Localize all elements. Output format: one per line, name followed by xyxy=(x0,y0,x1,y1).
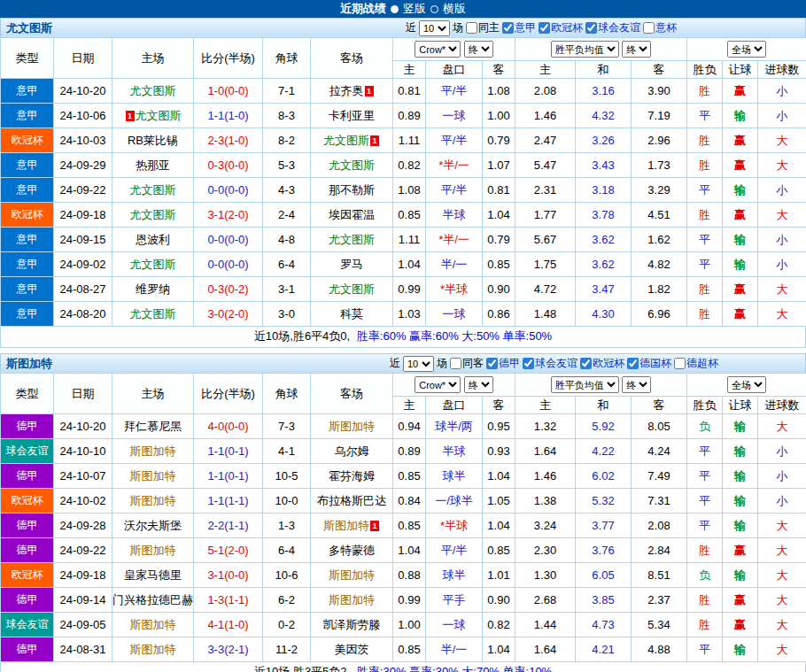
team-name[interactable]: 沃尔夫斯堡 xyxy=(124,519,182,532)
filter-option[interactable]: 德超杯 xyxy=(674,356,718,371)
team-name[interactable]: 乌尔姆 xyxy=(335,444,369,458)
team-name[interactable]: 热那亚 xyxy=(136,158,170,172)
date-cell: 24-09-22 xyxy=(54,538,112,563)
team-name[interactable]: 尤文图斯 xyxy=(130,258,176,271)
filter-checkbox[interactable] xyxy=(674,358,686,369)
team-name[interactable]: 拉齐奥 xyxy=(329,84,364,97)
team-name[interactable]: 拜仁慕尼黑 xyxy=(124,420,182,433)
filter-checkbox[interactable] xyxy=(539,22,550,34)
odds-source-select[interactable]: Crow* xyxy=(415,41,461,58)
team-name[interactable]: 霍芬海姆 xyxy=(329,469,375,483)
team-name[interactable]: 多特蒙德 xyxy=(329,544,375,557)
fulltime-select[interactable]: 全场 xyxy=(727,41,766,58)
filter-checkbox[interactable] xyxy=(585,22,597,34)
team-name[interactable]: 维罗纳 xyxy=(136,282,170,296)
let-result-cell: 输 xyxy=(723,439,758,464)
stuttgart-summary: 近10场,胜3平5负2, 胜率:30% 赢率:30% 大:70% 单率:10% xyxy=(0,662,806,672)
team-name[interactable]: 恩波利 xyxy=(136,233,170,246)
odds-final-select[interactable]: 终 xyxy=(464,41,493,58)
filter-checkbox[interactable] xyxy=(580,358,592,369)
team-name[interactable]: 尤文图斯 xyxy=(130,208,176,221)
team-name[interactable]: 斯图加特 xyxy=(323,519,369,532)
filter-option[interactable]: 球会友谊 xyxy=(585,20,640,35)
filter-option[interactable]: 意杯 xyxy=(643,20,677,35)
layout-option-vertical[interactable]: 竖版 xyxy=(403,1,426,17)
team-name[interactable]: 斯图加特 xyxy=(130,444,176,458)
avg-final-select[interactable]: 终 xyxy=(622,41,651,58)
team-name[interactable]: 斯图加特 xyxy=(130,494,176,507)
layout-option-horizontal[interactable]: 横版 xyxy=(443,1,466,17)
avg-away-cell: 7.49 xyxy=(632,464,687,489)
odds-home-cell: 1.04 xyxy=(393,252,426,277)
fulltime-select[interactable]: 全场 xyxy=(727,376,766,393)
team-name[interactable]: 斯图加特 xyxy=(130,544,176,557)
odds-home-cell: 0.88 xyxy=(393,563,426,588)
team-name[interactable]: 科莫 xyxy=(340,307,363,321)
team-name[interactable]: 斯图加特 xyxy=(130,618,176,631)
avg-home-cell: 2.30 xyxy=(515,538,576,563)
filter-checkbox[interactable] xyxy=(450,358,461,369)
filter-option[interactable]: 意甲 xyxy=(502,20,536,35)
avg-select[interactable]: 胜平负均值 xyxy=(551,41,619,58)
avg-away-cell: 2.37 xyxy=(632,588,687,613)
filter-option[interactable]: 同客 xyxy=(450,356,484,371)
away-team-cell: 尤文图斯 xyxy=(311,153,393,178)
team-name[interactable]: RB莱比锡 xyxy=(128,134,178,147)
result-cell: 平 xyxy=(687,228,723,252)
team-name[interactable]: 斯图加特 xyxy=(329,593,375,606)
goals-cell: 小 xyxy=(758,104,806,128)
handicap-cell: 一/球半 xyxy=(426,489,483,514)
league-cell: 意甲 xyxy=(1,252,54,277)
summary-record: 近10场,胜6平4负0, xyxy=(254,329,350,343)
team-name[interactable]: 尤文图斯 xyxy=(329,233,375,246)
avg-home-cell: 1.64 xyxy=(515,637,576,662)
filter-option[interactable]: 同主 xyxy=(466,20,500,35)
recent-label: 近 xyxy=(406,20,416,35)
team-name[interactable]: 尤文图斯 xyxy=(329,282,375,296)
avg-select[interactable]: 胜平负均值 xyxy=(551,376,619,393)
filter-option[interactable]: 球会友谊 xyxy=(523,356,577,371)
away-team-cell: 尤文图斯 xyxy=(311,228,393,252)
team-name[interactable]: 美因茨 xyxy=(335,643,369,656)
team-name[interactable]: 凯泽斯劳滕 xyxy=(323,618,381,631)
layout-radio-vertical-icon[interactable] xyxy=(391,5,399,13)
filter-checkbox[interactable] xyxy=(502,22,514,34)
team-name[interactable]: 皇家马德里 xyxy=(124,568,182,582)
filter-checkbox[interactable] xyxy=(627,358,639,369)
score-cell: 1-1(1-1) xyxy=(194,489,263,514)
filter-option[interactable]: 欧冠杯 xyxy=(580,356,624,371)
team-name[interactable]: 斯图加特 xyxy=(329,420,375,433)
team-name[interactable]: 罗马 xyxy=(340,258,363,271)
team-name[interactable]: 尤文图斯 xyxy=(323,134,369,147)
team-name[interactable]: 尤文图斯 xyxy=(130,307,176,321)
filter-checkbox[interactable] xyxy=(643,22,655,34)
team-name[interactable]: 斯图加特 xyxy=(329,568,375,582)
filter-option[interactable]: 欧冠杯 xyxy=(539,20,583,35)
filter-checkbox[interactable] xyxy=(466,22,477,34)
team-name[interactable]: 尤文图斯 xyxy=(329,158,375,172)
team-name[interactable]: 卡利亚里 xyxy=(329,109,375,122)
filter-checkbox[interactable] xyxy=(523,358,534,369)
recent-count-select[interactable]: 10 xyxy=(419,20,450,36)
let-result-cell: 输 xyxy=(723,228,758,252)
team-name[interactable]: 门兴格拉德巴赫 xyxy=(112,593,193,606)
avg-final-select[interactable]: 终 xyxy=(622,376,651,393)
filter-option[interactable]: 德国杯 xyxy=(627,356,671,371)
goals-cell: 大 xyxy=(758,514,806,538)
corner-cell: 8-3 xyxy=(263,104,311,128)
team-name[interactable]: 尤文图斯 xyxy=(130,183,176,197)
team-name[interactable]: 埃因霍温 xyxy=(329,208,375,221)
filter-checkbox[interactable] xyxy=(486,358,498,369)
col-avg-home: 主 xyxy=(515,397,576,414)
team-name[interactable]: 布拉格斯巴达 xyxy=(317,494,386,507)
team-name[interactable]: 尤文图斯 xyxy=(130,84,176,97)
odds-final-select[interactable]: 终 xyxy=(464,376,493,393)
team-name[interactable]: 斯图加特 xyxy=(130,643,176,656)
team-name[interactable]: 尤文图斯 xyxy=(136,109,182,122)
layout-radio-horizontal-icon[interactable] xyxy=(430,5,438,13)
recent-count-select[interactable]: 10 xyxy=(403,356,434,372)
odds-source-select[interactable]: Crow* xyxy=(415,376,461,393)
filter-option[interactable]: 德甲 xyxy=(486,356,520,371)
team-name[interactable]: 斯图加特 xyxy=(130,469,176,483)
team-name[interactable]: 那不勒斯 xyxy=(329,183,375,197)
